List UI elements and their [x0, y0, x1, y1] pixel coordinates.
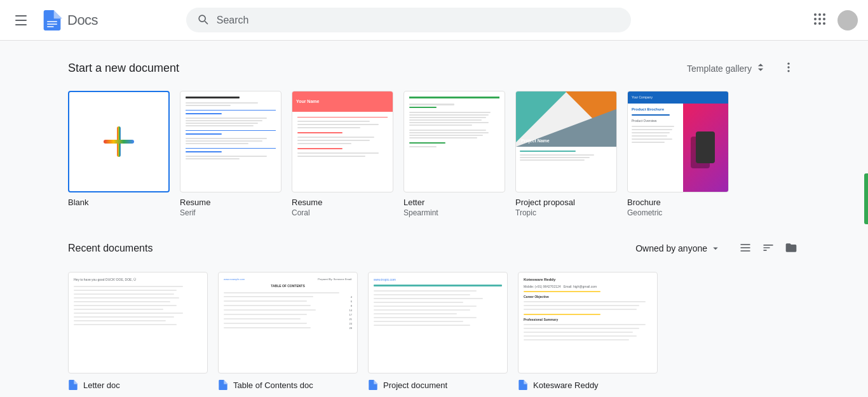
brochure-product	[696, 131, 715, 163]
logo: Docs	[39, 8, 98, 33]
template-header-left: Start a new document	[68, 62, 179, 75]
doc-details-2: Table of Contents doc	[233, 380, 313, 390]
recent-controls: Owned by anyone	[630, 238, 800, 259]
svg-point-3	[814, 13, 817, 16]
doc-thumb-4: Kotesware Reddy Mobile: (+91) 9642702124…	[518, 272, 658, 373]
docs-grid: Hey to have you good DUCK! DOE, DOE, Ü	[68, 272, 800, 391]
doc-name-3: Project document	[383, 380, 447, 390]
doc-name-1: Letter doc	[83, 380, 120, 390]
doc-file-icon-1	[68, 379, 78, 391]
svg-rect-2	[47, 26, 54, 27]
template-section-title: Start a new document	[68, 62, 179, 75]
search-bar[interactable]	[186, 8, 631, 32]
doc-details-3: Project document	[383, 380, 447, 390]
template-blank[interactable]: Blank	[68, 91, 170, 217]
search-input[interactable]	[217, 15, 621, 26]
template-project-proposal[interactable]: Project Name Project proposal Tropic	[515, 91, 617, 217]
template-resume-serif-name: Resume	[180, 198, 210, 207]
template-letter-name: Letter	[403, 198, 424, 207]
template-resume-coral-thumb: Your Name	[292, 91, 393, 192]
doc-card-3[interactable]: www.tropic.com	[368, 272, 508, 391]
scroll-indicator	[864, 173, 868, 224]
templates-grid: Blank	[68, 91, 800, 217]
template-section: Start a new document Template gallery	[53, 56, 815, 238]
svg-point-12	[787, 63, 789, 65]
svg-rect-0	[47, 21, 57, 22]
svg-point-8	[823, 18, 825, 20]
template-resume-serif-thumb	[180, 91, 281, 192]
svg-rect-1	[47, 24, 57, 24]
template-blank-thumb	[68, 91, 170, 192]
template-header-right: Template gallery	[682, 56, 800, 81]
svg-point-5	[823, 13, 825, 16]
template-brochure-sub: Geometric	[627, 208, 662, 217]
svg-point-11	[823, 22, 825, 25]
owned-by-button[interactable]: Owned by anyone	[630, 238, 726, 259]
template-project-proposal-thumb: Project Name	[515, 91, 617, 192]
hamburger-menu[interactable]	[10, 10, 32, 30]
header-right	[807, 6, 858, 34]
svg-rect-16	[741, 247, 750, 248]
doc-file-icon-3	[368, 379, 378, 391]
recent-title: Recent documents	[68, 243, 153, 254]
template-brochure-name: Brochure	[627, 198, 661, 207]
expand-icon	[754, 61, 767, 76]
recent-header: Recent documents Owned by anyone	[68, 238, 800, 259]
template-blank-name: Blank	[68, 198, 89, 207]
app-name: Docs	[67, 12, 98, 29]
svg-point-10	[818, 22, 821, 25]
template-project-sub: Tropic	[515, 208, 536, 217]
template-resume-coral-name: Resume	[292, 198, 322, 207]
header-left: Docs	[10, 8, 98, 33]
svg-rect-17	[741, 250, 750, 252]
template-brochure[interactable]: Your Company Product Brochure Product Ov…	[627, 91, 729, 217]
more-options-icon[interactable]	[777, 56, 800, 81]
template-brochure-thumb: Your Company Product Brochure Product Ov…	[627, 91, 729, 192]
doc-card-4[interactable]: Kotesware Reddy Mobile: (+91) 9642702124…	[518, 272, 658, 391]
svg-point-7	[818, 18, 821, 20]
folder-icon[interactable]	[782, 239, 800, 259]
app-header: Docs	[0, 0, 868, 41]
svg-point-14	[787, 70, 789, 72]
recent-section: Recent documents Owned by anyone	[53, 238, 815, 391]
search-icon	[196, 13, 209, 27]
svg-point-13	[787, 66, 789, 68]
doc-details-4: Kotesware Reddy	[533, 380, 599, 390]
plus-icon	[104, 126, 134, 157]
apps-icon[interactable]	[807, 6, 832, 34]
doc-file-icon-2	[218, 379, 228, 391]
sort-icon[interactable]	[759, 239, 777, 259]
template-resume-coral-sub: Coral	[292, 208, 310, 217]
doc-info-2: Table of Contents doc	[218, 379, 358, 391]
doc-thumb-1: Hey to have you good DUCK! DOE, DOE, Ü	[68, 272, 208, 373]
svg-point-6	[814, 18, 817, 20]
svg-rect-15	[741, 244, 750, 245]
doc-card-2[interactable]: www.example.com Prepared By: Someone Ema…	[218, 272, 358, 391]
template-gallery-button[interactable]: Template gallery	[682, 56, 772, 81]
template-project-name: Project proposal	[515, 198, 575, 207]
template-resume-serif-sub: Serif	[180, 208, 196, 217]
doc-card-1[interactable]: Hey to have you good DUCK! DOE, DOE, Ü	[68, 272, 208, 391]
view-icons	[736, 239, 800, 259]
doc-thumb-3: www.tropic.com	[368, 272, 508, 373]
doc-info-1: Letter doc	[68, 379, 208, 391]
doc-name-4: Kotesware Reddy	[533, 380, 599, 390]
svg-point-9	[814, 22, 817, 25]
doc-details-1: Letter doc	[83, 380, 120, 390]
docs-icon	[39, 8, 65, 33]
template-resume-coral[interactable]: Your Name	[292, 91, 393, 217]
template-letter-sub: Spearmint	[403, 208, 438, 217]
template-resume-serif[interactable]: Resume Serif	[180, 91, 281, 217]
template-header: Start a new document Template gallery	[68, 56, 800, 81]
doc-thumb-2: www.example.com Prepared By: Someone Ema…	[218, 272, 358, 373]
brochure-company-text: Your Company	[632, 95, 653, 99]
list-view-icon[interactable]	[736, 239, 754, 259]
svg-point-4	[818, 13, 821, 16]
template-letter-spearmint[interactable]: Letter Spearmint	[403, 91, 505, 217]
avatar[interactable]	[837, 10, 858, 30]
doc-info-4: Kotesware Reddy	[518, 379, 658, 391]
main-content: Start a new document Template gallery	[53, 41, 815, 397]
template-letter-spearmint-thumb	[403, 91, 505, 192]
doc-info-3: Project document	[368, 379, 508, 391]
doc-file-icon-4	[518, 379, 528, 391]
